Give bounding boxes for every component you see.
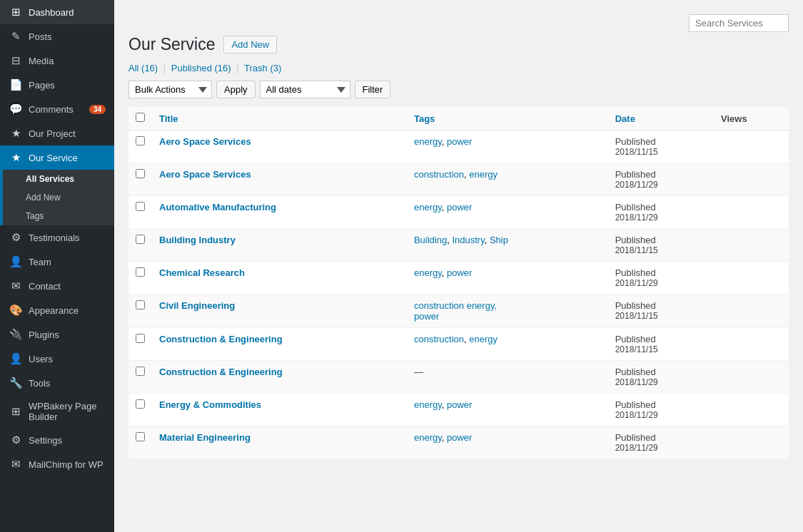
sidebar-item-appearance[interactable]: 🎨Appearance xyxy=(0,298,114,322)
tag-link[interactable]: power xyxy=(447,136,472,147)
tag-link[interactable]: energy, xyxy=(467,300,497,311)
row-date: 2018/11/15 xyxy=(615,311,707,321)
sidebar-item-plugins[interactable]: 🔌Plugins xyxy=(0,322,114,347)
row-title-link[interactable]: Construction & Engineering xyxy=(159,367,283,377)
tag-link[interactable]: energy xyxy=(469,169,498,180)
tag-link[interactable]: energy xyxy=(414,202,442,213)
row-title-link[interactable]: Aero Space Services xyxy=(159,169,251,180)
tag-link[interactable]: Industry xyxy=(452,235,484,245)
submenu-item-all-services[interactable]: All Services xyxy=(3,170,114,188)
tag-link[interactable]: energy xyxy=(414,267,442,278)
sidebar-item-our-service[interactable]: ★Our Service xyxy=(0,145,114,170)
row-title-link[interactable]: Material Engineering xyxy=(159,432,251,443)
col-title-header[interactable]: Title xyxy=(152,107,407,131)
sidebar-item-tools[interactable]: 🔧Tools xyxy=(0,371,114,395)
row-title-link[interactable]: Chemical Research xyxy=(159,267,245,278)
row-title-link[interactable]: Automative Manufacturing xyxy=(159,202,276,213)
tag-link[interactable]: Building xyxy=(414,235,447,245)
filter-published[interactable]: Published (16) xyxy=(171,63,231,73)
tag-link[interactable]: energy xyxy=(414,432,442,443)
submenu-item-add-new[interactable]: Add New xyxy=(3,188,114,207)
sidebar-item-users[interactable]: 👤Users xyxy=(0,347,114,371)
sidebar-item-dashboard[interactable]: ⊞Dashboard xyxy=(0,0,114,24)
row-checkbox[interactable] xyxy=(136,136,145,145)
row-checkbox[interactable] xyxy=(136,235,145,244)
main-content: Our Service Add New All (16) | Published… xyxy=(114,0,803,532)
row-date-cell: Published2018/11/29 xyxy=(608,163,714,196)
row-date-cell: Published2018/11/29 xyxy=(608,426,714,459)
table-row: Civil Engineeringconstruction energy,pow… xyxy=(128,295,789,328)
row-checkbox[interactable] xyxy=(136,202,145,211)
sidebar-item-media[interactable]: ⊟Media xyxy=(0,48,114,73)
row-checkbox[interactable] xyxy=(136,432,145,441)
filter-all[interactable]: All (16) xyxy=(128,63,158,73)
row-title-link[interactable]: Energy & Commodities xyxy=(159,399,261,410)
date-filter-select[interactable]: All dates November 2018 xyxy=(260,81,350,98)
sidebar-item-mailchimp[interactable]: ✉MailChimp for WP xyxy=(0,452,114,476)
row-checkbox[interactable] xyxy=(136,367,145,376)
row-views-cell xyxy=(714,361,789,394)
row-date-cell: Published2018/11/15 xyxy=(608,328,714,361)
row-views-cell xyxy=(714,163,789,196)
row-tags-text: Building, Industry, Ship xyxy=(414,235,508,245)
tag-link[interactable]: Ship xyxy=(490,235,508,245)
row-checkbox[interactable] xyxy=(136,169,145,178)
apply-button[interactable]: Apply xyxy=(216,81,256,98)
col-date-header[interactable]: Date xyxy=(608,107,714,131)
tools-icon: 🔧 xyxy=(9,377,23,389)
table-row: Energy & Commoditiesenergy, powerPublish… xyxy=(128,394,789,426)
tag-link[interactable]: power xyxy=(447,399,472,410)
row-title-cell: Building Industry xyxy=(152,229,407,262)
row-checkbox-cell xyxy=(128,426,152,459)
row-tags-line2: power xyxy=(414,311,601,322)
sidebar-item-comments[interactable]: 💬Comments34 xyxy=(0,97,114,121)
row-checkbox[interactable] xyxy=(136,300,145,310)
row-title-cell: Construction & Engineering xyxy=(152,361,407,394)
submenu-item-tags[interactable]: Tags xyxy=(3,207,114,225)
bulk-actions-select[interactable]: Bulk Actions Edit Move to Trash xyxy=(128,81,212,98)
row-date-cell: Published2018/11/29 xyxy=(608,361,714,394)
tag-link[interactable]: energy xyxy=(414,399,442,410)
row-title-link[interactable]: Civil Engineering xyxy=(159,300,235,311)
sidebar-label-comments: Comments xyxy=(29,104,84,115)
sidebar-item-testimonials[interactable]: ⚙Testimonials xyxy=(0,225,114,250)
team-icon: 👤 xyxy=(9,255,23,268)
row-title-link[interactable]: Aero Space Services xyxy=(159,136,251,147)
row-status: Published xyxy=(615,136,707,147)
tag-link[interactable]: construction xyxy=(414,334,464,344)
sidebar-item-wpbakery[interactable]: ⊞WPBakery Page Builder xyxy=(0,395,114,428)
tag-link[interactable]: energy xyxy=(414,136,442,147)
tag-link[interactable]: construction xyxy=(414,300,464,311)
table-row: Aero Space Servicesenergy, powerPublishe… xyxy=(128,131,789,163)
row-checkbox[interactable] xyxy=(136,334,145,343)
search-input[interactable] xyxy=(689,14,789,32)
sidebar-item-pages[interactable]: 📄Pages xyxy=(0,73,114,97)
select-all-checkbox[interactable] xyxy=(136,113,145,122)
tag-link[interactable]: power xyxy=(447,202,472,213)
filter-trash[interactable]: Trash (3) xyxy=(244,63,281,73)
row-title-link[interactable]: Construction & Engineering xyxy=(159,334,283,344)
col-tags-header[interactable]: Tags xyxy=(407,107,608,131)
row-tags-cell: Building, Industry, Ship xyxy=(407,229,608,262)
pages-icon: 📄 xyxy=(9,78,23,91)
sidebar-item-contact[interactable]: ✉Contact xyxy=(0,274,114,298)
tag-link[interactable]: power xyxy=(447,267,472,278)
sidebar-label-users: Users xyxy=(29,354,106,364)
sidebar-label-mailchimp: MailChimp for WP xyxy=(29,459,106,470)
add-new-button[interactable]: Add New xyxy=(223,36,277,53)
row-checkbox[interactable] xyxy=(136,399,145,409)
sidebar-item-posts[interactable]: ✎Posts xyxy=(0,24,114,48)
tag-link[interactable]: power xyxy=(447,432,472,443)
row-checkbox-cell xyxy=(128,394,152,426)
sidebar-item-settings[interactable]: ⚙Settings xyxy=(0,428,114,452)
filter-button[interactable]: Filter xyxy=(355,81,391,98)
row-views-cell xyxy=(714,426,789,459)
sidebar-item-team[interactable]: 👤Team xyxy=(0,250,114,274)
row-title-link[interactable]: Building Industry xyxy=(159,235,236,245)
tag-link[interactable]: construction xyxy=(414,169,464,180)
tag-link[interactable]: energy xyxy=(469,334,498,344)
sidebar-item-our-project[interactable]: ★Our Project xyxy=(0,121,114,145)
row-date: 2018/11/15 xyxy=(615,147,707,157)
row-checkbox[interactable] xyxy=(136,267,145,277)
tag-link[interactable]: power xyxy=(414,311,439,322)
